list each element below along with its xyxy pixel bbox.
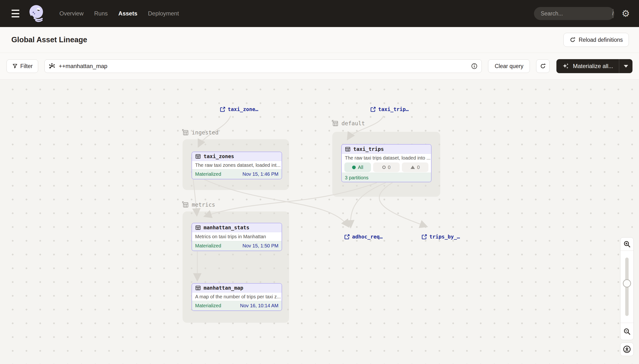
page-header: Global Asset Lineage Reload definitions [0, 27, 639, 53]
asset-selection-input-container[interactable] [45, 60, 482, 73]
external-asset-link-taxi-trip[interactable]: taxi_trip… [370, 106, 409, 112]
recenter-view-button[interactable] [620, 342, 634, 356]
sparkle-icon [562, 62, 569, 70]
external-asset-link-adhoc-req[interactable]: adhoc_req… [344, 234, 383, 240]
refresh-icon [540, 63, 546, 69]
reload-definitions-button[interactable]: Reload definitions [563, 33, 629, 47]
asset-timestamp[interactable]: Nov 15, 1:50 PM [242, 243, 278, 248]
partition-health-row: All 0 0 [342, 162, 431, 172]
search-shortcut-badge: / [612, 9, 614, 18]
group-name: default [341, 120, 365, 126]
group-name: metrics [192, 202, 215, 208]
zoom-slider[interactable] [620, 250, 633, 323]
nav-item-assets[interactable]: Assets [118, 10, 137, 17]
top-navigation-bar: Overview Runs Assets Deployment / ⚙ [0, 0, 639, 27]
asset-description: Metrics on taxi trips in Manhattan [192, 232, 282, 241]
materialize-dropdown-button[interactable] [619, 59, 632, 73]
zoom-slider-thumb[interactable] [623, 279, 631, 288]
asset-title: manhattan_map [204, 285, 243, 291]
warning-triangle-icon [411, 166, 415, 169]
asset-description: The raw taxi trips dataset, loaded into … [342, 154, 431, 162]
global-search[interactable]: / [534, 7, 614, 20]
partitions-count[interactable]: 3 partitions [345, 175, 369, 180]
table-icon [195, 225, 201, 230]
asset-timestamp[interactable]: Nov 15, 1:46 PM [242, 172, 278, 177]
asset-selection-input[interactable] [59, 63, 467, 70]
external-link-icon [370, 106, 376, 112]
nav-item-runs[interactable]: Runs [94, 10, 108, 17]
filter-label: Filter [20, 63, 33, 70]
group-name: ingested [192, 130, 219, 136]
table-icon [345, 146, 351, 152]
external-asset-label: trips_by_… [429, 234, 460, 240]
lineage-toolbar: Filter Clear query [0, 53, 639, 80]
menu-icon[interactable] [9, 9, 22, 18]
asset-status: Materialized [195, 243, 221, 248]
refresh-icon [569, 37, 576, 43]
zoom-controls [620, 237, 634, 356]
nav-item-overview[interactable]: Overview [60, 10, 84, 17]
filter-icon [12, 63, 18, 69]
asset-status: Materialized [195, 303, 221, 308]
materialize-split-button: Materialize all... [556, 59, 632, 73]
clear-query-button[interactable]: Clear query [488, 60, 530, 73]
asset-title: taxi_zones [204, 154, 234, 159]
asset-node-footer: Materialized Nov 16, 10:14 AM [192, 301, 282, 310]
badge-count: 0 [417, 164, 420, 170]
asset-node-manhattan-stats[interactable]: manhattan_stats Metrics on taxi trips in… [192, 223, 282, 251]
badge-count: 0 [388, 164, 390, 170]
zoom-out-button[interactable] [620, 323, 633, 340]
asset-title: taxi_trips [353, 146, 384, 152]
nav-item-deployment[interactable]: Deployment [148, 10, 179, 17]
primary-nav: Overview Runs Assets Deployment [60, 10, 179, 17]
refresh-graph-button[interactable] [536, 60, 550, 73]
external-asset-link-trips-by[interactable]: trips_by_… [421, 234, 460, 240]
zoom-in-button[interactable] [620, 238, 633, 250]
table-group-icon [331, 120, 339, 127]
external-asset-label: taxi_trip… [378, 106, 409, 112]
materialize-all-label: Materialize all... [573, 63, 613, 70]
asset-timestamp[interactable]: Nov 16, 10:14 AM [240, 303, 278, 308]
zoom-out-icon [623, 328, 631, 335]
gear-icon[interactable]: ⚙ [621, 9, 630, 18]
lineage-canvas[interactable]: ingested default metrics taxi_zone… [0, 80, 639, 364]
group-label-default[interactable]: default [331, 120, 365, 127]
asset-node-header: taxi_trips [342, 144, 431, 154]
partitions-overdue-badge[interactable]: 0 [402, 162, 428, 172]
graph-query-icon [49, 63, 55, 70]
clear-query-label: Clear query [495, 63, 523, 70]
asset-node-footer: Materialized Nov 15, 1:50 PM [192, 241, 282, 250]
asset-node-header: taxi_zones [192, 152, 282, 161]
asset-node-taxi-zones[interactable]: taxi_zones The raw taxi zones dataset, l… [192, 152, 282, 179]
external-link-icon [344, 234, 350, 240]
external-link-icon [421, 234, 427, 240]
badge-label: All [358, 164, 363, 170]
dagster-logo-icon[interactable] [27, 3, 46, 24]
missing-circle-icon [382, 166, 386, 169]
page-title: Global Asset Lineage [11, 36, 87, 44]
asset-title: manhattan_stats [204, 225, 249, 230]
group-label-ingested[interactable]: ingested [182, 129, 219, 136]
asset-node-manhattan-map[interactable]: manhattan_map A map of the number of tri… [192, 283, 282, 311]
asset-node-taxi-trips[interactable]: taxi_trips The raw taxi trips dataset, l… [341, 144, 432, 182]
arrow-down-circle-icon [623, 345, 631, 354]
group-label-metrics[interactable]: metrics [182, 201, 215, 208]
table-group-icon [182, 201, 189, 208]
zoom-in-icon [623, 240, 631, 248]
chevron-down-icon [624, 65, 628, 68]
filter-button[interactable]: Filter [7, 60, 38, 73]
materialized-dot-icon [352, 166, 356, 169]
partitions-materialized-badge[interactable]: All [344, 162, 371, 172]
materialize-all-button[interactable]: Materialize all... [556, 59, 619, 73]
asset-description: A map of the number of trips per taxi z.… [192, 292, 282, 301]
external-asset-link-taxi-zone[interactable]: taxi_zone… [220, 106, 258, 112]
partitions-failed-badge[interactable]: 0 [373, 162, 400, 172]
lineage-edges [0, 80, 639, 364]
table-icon [195, 154, 201, 159]
external-link-icon [220, 106, 226, 112]
asset-node-footer: Materialized Nov 15, 1:46 PM [192, 169, 282, 179]
search-input[interactable] [541, 10, 612, 17]
info-icon[interactable] [471, 63, 478, 70]
reload-definitions-label: Reload definitions [579, 37, 623, 43]
asset-status: Materialized [195, 172, 221, 177]
